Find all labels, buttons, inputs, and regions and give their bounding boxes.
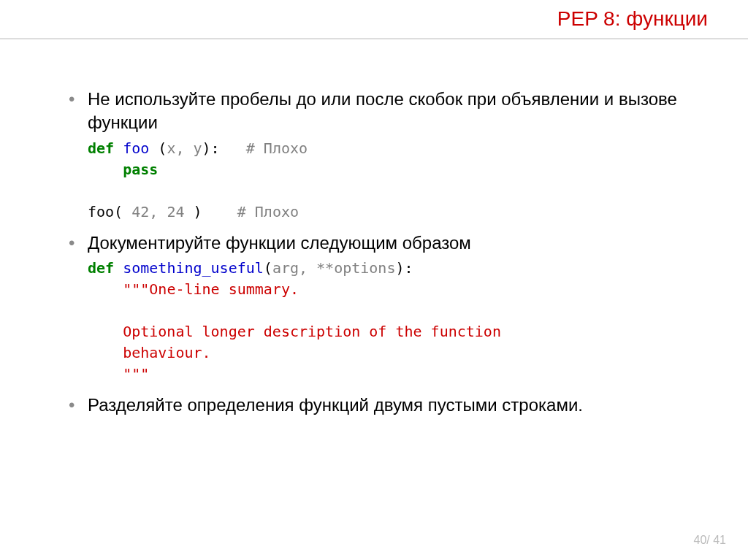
content-area: Не используйте пробелы до или после скоб… — [66, 88, 704, 426]
bullet-text: Разделяйте определения функций двумя пус… — [88, 395, 583, 415]
bullet-item: Документируйте функции следующим образом… — [66, 231, 704, 385]
bullet-text: Не используйте пробелы до или после скоб… — [88, 89, 677, 132]
slide-title: PEP 8: функции — [557, 7, 708, 31]
divider — [0, 38, 748, 39]
bullet-item: Разделяйте определения функций двумя пус… — [66, 394, 704, 417]
page-number: 40/ 41 — [694, 534, 726, 547]
slide: PEP 8: функции Не используйте пробелы до… — [0, 0, 748, 560]
bullet-list: Не используйте пробелы до или после скоб… — [66, 88, 704, 418]
code-block: def something_useful(arg, **options): ""… — [88, 258, 704, 385]
bullet-text: Документируйте функции следующим образом — [88, 233, 471, 253]
bullet-item: Не используйте пробелы до или после скоб… — [66, 88, 704, 223]
code-block: def foo (x, y): # Плохо pass foo( 42, 24… — [88, 138, 704, 223]
